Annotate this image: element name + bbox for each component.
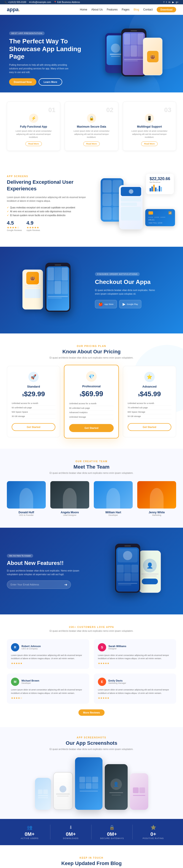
hero-download-button[interactable]: Download Now: [9, 78, 36, 86]
hero-buttons: Download Now Learn More: [9, 78, 92, 86]
nav-about[interactable]: About Us: [91, 8, 103, 11]
nav-download-button[interactable]: Download: [157, 7, 176, 12]
nav-home[interactable]: Home: [80, 8, 87, 11]
feature-desc-3: Lorem ipsum dolor sit amet consectetur a…: [128, 130, 171, 139]
feature-icon-2: 🔒: [87, 114, 96, 123]
pricing-btn-advanced[interactable]: Get Started: [128, 423, 171, 431]
rating-google: 4.5 ★★★★☆ Google Reviews: [7, 220, 22, 231]
hero-learn-button[interactable]: Learn More: [38, 78, 62, 86]
social-tw[interactable]: t: [166, 1, 167, 3]
feature-readmore-1[interactable]: Read More: [25, 142, 42, 146]
apple-icon: 🍎: [98, 302, 103, 306]
feature-pro-1: Unlimited access for a month: [69, 401, 114, 406]
more-reviews-button[interactable]: More Reviews: [78, 709, 104, 716]
topbar-address: 📍 Edit Business Address: [54, 1, 80, 3]
appstore-label: App Store: [104, 303, 113, 305]
test-role-3: Developer: [22, 682, 40, 684]
googleplay-button[interactable]: ▶ Google Play: [119, 300, 141, 308]
feature-adv-4: 50 GB storage: [128, 414, 171, 418]
testimonials-grid: R Robert Johnson CEO at Company Lorem ip…: [7, 639, 176, 704]
testimonials-head: 15k+ Customers Love Appa Et quasi archit…: [7, 626, 176, 632]
testimonial-4: E Emily Davis Marketing Manager Lorem ip…: [94, 674, 176, 704]
feature-title-2: Maximum Secure Data: [70, 125, 113, 128]
nav-blog[interactable]: Blog: [134, 8, 139, 11]
testimonials-section: 15k+ Customers Love Appa Et quasi archit…: [0, 614, 183, 727]
pricing-section: Our Pricing Plan Know About Our Pricing …: [0, 334, 183, 449]
pricing-btn-professional[interactable]: Get Started: [69, 424, 114, 432]
downloads-icon: ⬇: [50, 825, 91, 830]
delivering-content: App Screens Delivering Exceptional User …: [7, 175, 87, 231]
screenshots-label: App Screenshots: [7, 736, 176, 739]
avatar-silhouette-4: [150, 488, 163, 508]
test-text-2: Lorem ipsum dolor sit amet consectetur a…: [98, 654, 172, 660]
del-phone-2: [119, 185, 143, 229]
delivering-label: App Screens: [7, 175, 87, 178]
avatar-silhouette-1: [20, 488, 33, 508]
test-role-2: Designer: [108, 648, 126, 650]
nav-features[interactable]: Features: [107, 8, 117, 11]
pricing-card-advanced: ⭐ Advanced $$45.99 Unlimited access for …: [123, 366, 176, 437]
team-member-3: William Hart Developer: [94, 481, 133, 516]
checkout-description: Et quasi architecto beatae vitae dicta s…: [95, 288, 159, 296]
test-header-4: E Emily Davis Marketing Manager: [98, 678, 172, 686]
topbar-phone: 📞 +1(413) 555-0100: [5, 1, 26, 3]
test-role-1: CEO at Company: [22, 648, 41, 650]
nav-pages[interactable]: Pages: [122, 8, 129, 11]
new-features-section: We Are Here To Answer About New Features…: [0, 528, 183, 614]
team-role-3: Developer: [94, 514, 133, 516]
ss-phone-4: 👤: [105, 764, 128, 810]
delivering-visual: $22,320.66 Net Revenue: [96, 172, 176, 235]
social-yt[interactable]: ▶: [172, 1, 174, 3]
team-member-4: Jenny White Marketing: [137, 481, 176, 516]
hero-content: Best App Presentation The Perfect Way To…: [9, 31, 92, 86]
social-gp[interactable]: g+: [176, 1, 178, 3]
test-avatar-4: E: [98, 678, 106, 686]
feature-title-3: Multilingal Support: [128, 125, 171, 128]
stat-gateways: 🔒 0M+ Secure Gateways: [92, 825, 133, 839]
feature-card-2: 02 🔒 Maximum Secure Data Lorem ipsum dol…: [65, 101, 118, 151]
more-reviews-container: More Reviews: [7, 709, 176, 716]
hero-section: Best App Presentation The Perfect Way To…: [0, 15, 183, 92]
nf-email-input[interactable]: [10, 583, 64, 586]
appstore-button[interactable]: 🍎 App Store: [95, 300, 117, 308]
team-name-3: William Hart: [94, 511, 133, 514]
social-fb[interactable]: f: [163, 1, 164, 3]
feature-readmore-2[interactable]: Read More: [83, 142, 100, 146]
hero-phone-main: [121, 29, 147, 76]
feature-pro-4: Unlimited Storage: [69, 415, 114, 419]
features-grid: 01 ⚡ Fully Functional App Lorem ipsum do…: [7, 101, 176, 151]
test-header-1: R Robert Johnson CEO at Company: [11, 643, 85, 651]
pricing-btn-standard[interactable]: Get Started: [12, 423, 55, 431]
team-avatar-1: [7, 481, 46, 508]
stat-label-downloads: Downloads: [50, 837, 91, 839]
pricing-price-advanced: $$45.99: [128, 390, 171, 398]
ss-phone-5: [130, 773, 148, 810]
test-avatar-1: R: [11, 643, 19, 651]
revenue-card: $22,320.66 Net Revenue: [146, 174, 174, 194]
team-avatar-4: [137, 481, 176, 508]
testimonial-1: R Robert Johnson CEO at Company Lorem ip…: [7, 639, 89, 669]
co-phone-2: [45, 263, 71, 312]
test-role-4: Marketing Manager: [108, 682, 126, 684]
social-in[interactable]: in: [168, 1, 171, 3]
pricing-features-advanced: Unlimited access for a month 70 unlimite…: [128, 401, 171, 418]
team-title: Meet The Team: [7, 464, 176, 470]
check-item-1: Quas molestias excepturi sint occaecati …: [7, 206, 87, 209]
feature-readmore-3[interactable]: Read More: [141, 142, 158, 146]
nav-contact[interactable]: Contact: [143, 8, 153, 11]
pricing-grid: 🚀 Standard $$29.99 Unlimited access for …: [7, 366, 176, 437]
label-google: Google Reviews: [7, 229, 22, 231]
pricing-desc: Et quasi architecto beatae vitae dicta s…: [46, 356, 137, 359]
delivering-checklist: Quas molestias excepturi sint occaecati …: [7, 206, 87, 217]
delivering-description: Lorem ipsum dolor sit amet consectetur a…: [7, 195, 87, 203]
topbar-email: ✉ info@example.com: [29, 1, 51, 3]
pricing-price-standard: $$29.99: [12, 390, 55, 398]
delivering-title: Delivering Exceptional User Experiences: [7, 179, 87, 192]
rating-num-apple: 4.9: [27, 220, 40, 226]
feature-pro-2: 90 unlimited sub page: [69, 406, 114, 410]
topbar-left: 📞 +1(413) 555-0100 ✉ info@example.com 📍 …: [5, 1, 80, 3]
nf-search-button[interactable]: ➔: [64, 583, 67, 587]
pricing-features-standard: Unlimited access for a month 50 unlimite…: [12, 401, 55, 418]
testimonial-2: S Sarah Williams Designer Lorem ipsum do…: [94, 639, 176, 669]
hero-badge: Best App Presentation: [9, 31, 45, 35]
